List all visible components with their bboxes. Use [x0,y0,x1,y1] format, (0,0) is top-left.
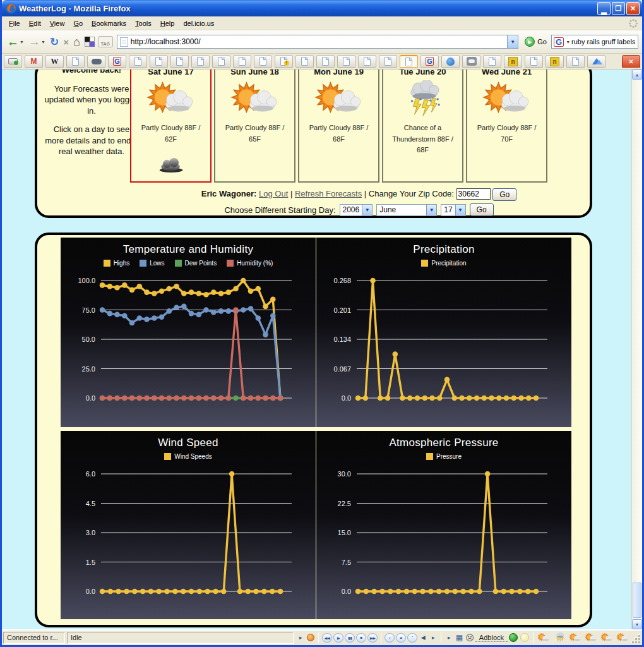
extension-button[interactable] [83,33,96,51]
bookmark-page-warning[interactable]: ! [275,55,293,68]
adblock-button[interactable]: Adblock [475,634,508,642]
menu-item-delicious[interactable]: del.icio.us [179,18,218,29]
home-button[interactable]: ⌂ [72,33,81,51]
thunderstorm-icon[interactable] [553,632,566,643]
bookmark-google[interactable]: G [420,55,439,68]
close-toolbar-button[interactable]: ✕ [622,55,640,68]
profile-icon[interactable] [306,632,316,644]
window-tool-icon[interactable]: ▦ [454,632,464,644]
search-engine-dropdown-icon[interactable]: ▼ [566,40,570,44]
refresh-forecasts-link[interactable]: Refresh Forecasts [295,189,362,198]
bookmark-page[interactable] [66,55,85,68]
scroll-thumb[interactable] [633,583,641,618]
status-green-icon[interactable] [509,633,518,642]
bookmark-page[interactable] [254,55,272,68]
month-select[interactable]: June ▼ [376,204,437,216]
bookmark-page[interactable] [566,55,585,68]
bookmark-page[interactable] [212,55,230,68]
menu-item-file[interactable]: File [4,18,25,29]
partly-cloudy-icon[interactable] [569,632,582,643]
legend-label: Precipitation [431,260,466,267]
bookmark-google[interactable]: G [108,55,126,68]
logout-link[interactable]: Log Out [259,189,288,198]
year-select[interactable]: 2006 ▼ [340,204,373,216]
bookmark-wikipedia[interactable]: W [45,55,64,68]
bookmark-page[interactable] [525,55,543,68]
bookmark-note-yellow[interactable]: n [504,55,522,68]
menu-item-go[interactable]: Go [69,18,87,29]
forecast-card-1[interactable]: Sat June 17 Partly Cloudy 88F / 62F [130,70,212,183]
menu-item-edit[interactable]: Edit [25,18,45,29]
bookmark-page[interactable] [337,55,355,68]
close-button[interactable]: ✕ [626,2,640,15]
forecast-card-4[interactable]: Tue June 20 Chance of a Thunderstorm 88F… [382,70,463,183]
forward-button[interactable]: → ▼ [27,33,47,51]
media-prev-button[interactable]: ◀◀ [322,633,332,643]
bookmark-mountains[interactable] [587,55,605,68]
zip-input[interactable] [456,188,491,200]
bookmark-page[interactable] [150,55,168,68]
tag-button[interactable]: TAG [98,36,113,47]
stop-button[interactable]: × [62,33,70,51]
bookmark-page[interactable] [316,55,335,68]
partly-cloudy-icon[interactable] [600,632,614,643]
bookmark-page[interactable] [170,55,189,68]
forecast-card-5[interactable]: Wed June 21 Partly Cloudy 88F / 70F [466,70,547,183]
playlist-icon[interactable]: ♪ [385,633,395,643]
bookmark-cloud-gray[interactable] [462,55,480,68]
forecast-card-2[interactable]: Sun June 18 Partly Cloudy 88F / 65F [214,70,295,183]
media-stop-button[interactable]: ■ [356,633,366,643]
collapse-icon[interactable]: ˆ [407,633,417,643]
expander-icon[interactable]: ▸ [444,632,454,644]
sad-face-icon[interactable]: ☹ [464,632,475,644]
url-input[interactable] [131,37,508,46]
search-input[interactable] [571,38,636,45]
bookmark-page[interactable] [358,55,376,68]
partly-cloudy-icon[interactable] [585,632,598,643]
bookmark-drupal[interactable] [441,55,460,68]
svg-text:6.0: 6.0 [86,470,95,478]
media-pause-button[interactable]: ▮▮ [345,633,355,643]
bookmark-page-active[interactable] [400,55,418,68]
day-select[interactable]: 17 ▼ [441,204,465,216]
minimize-button[interactable]: ▂ [597,2,611,15]
bookmark-page[interactable] [295,55,314,68]
bookmark-page[interactable] [233,55,251,68]
menu-item-tools[interactable]: Tools [131,18,156,29]
resize-grip[interactable] [632,632,641,644]
page-icon [134,57,141,66]
bookmark-note-yellow[interactable]: n [546,55,564,68]
menu-item-view[interactable]: View [45,18,69,29]
status-moon-icon[interactable] [520,633,529,642]
bookmark-printer[interactable] [4,55,22,68]
expander-icon[interactable]: ▸ [295,632,306,644]
vertical-scrollbar[interactable]: ▲ ▼ [631,70,642,629]
partly-cloudy-icon[interactable] [537,632,551,643]
bookmark-page[interactable] [483,55,501,68]
scroll-down-button[interactable]: ▼ [632,619,642,629]
reload-button[interactable]: ↻ [49,33,60,51]
forecast-card-3[interactable]: Mon June 19 Partly Cloudy 88F / 68F [298,70,379,183]
url-dropdown-icon[interactable]: ▼ [507,35,518,48]
maximize-button[interactable]: ❒ [612,2,625,15]
bookmark-cloud-dark[interactable] [87,55,105,68]
bookmark-page[interactable] [129,55,147,68]
day-go-button[interactable]: Go [470,203,494,216]
menu-item-bookmarks[interactable]: Bookmarks [87,18,131,29]
menu-item-help[interactable]: Help [156,18,179,29]
partly-cloudy-icon[interactable] [616,632,629,643]
eject-icon[interactable]: ▲ [396,633,406,643]
go-button[interactable]: ▶ Go [522,37,549,47]
back-dropdown-icon[interactable]: ▼ [20,40,24,44]
volume-icon[interactable]: ◀ [418,632,428,644]
bookmark-page[interactable] [191,55,210,68]
forward-dropdown-icon[interactable]: ▼ [41,40,45,44]
scroll-up-button[interactable]: ▲ [632,70,642,80]
volume-expander-icon[interactable]: ▸ [428,632,438,644]
zip-go-button[interactable]: Go [492,188,516,201]
media-play-button[interactable]: ▶ [333,633,343,643]
bookmark-gmail[interactable]: M [25,55,43,68]
media-next-button[interactable]: ▶▶ [367,633,378,643]
bookmark-page[interactable] [379,55,397,68]
back-button[interactable]: ← ▼ [6,33,25,51]
